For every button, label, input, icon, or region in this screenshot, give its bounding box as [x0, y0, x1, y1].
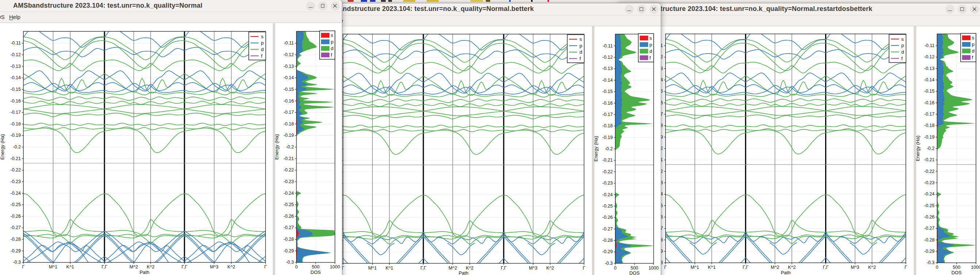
svg-text:d: d: [649, 49, 652, 54]
svg-text:Energy (Ha): Energy (Ha): [275, 134, 279, 160]
svg-text:p: p: [902, 43, 904, 48]
svg-text:-0.2: -0.2: [286, 144, 294, 150]
svg-text:-0.22: -0.22: [11, 168, 21, 172]
svg-text:-0.11: -0.11: [284, 41, 294, 46]
svg-text:-0.24: -0.24: [602, 192, 613, 197]
svg-text:-0.13: -0.13: [11, 64, 21, 69]
svg-text:Γ,Γ: Γ,Γ: [743, 265, 748, 270]
svg-text:-0.17: -0.17: [924, 112, 935, 117]
svg-text:-0.12: -0.12: [924, 54, 935, 60]
svg-text:-0.14: -0.14: [283, 75, 294, 80]
svg-text:K^2: K^2: [228, 264, 235, 270]
svg-text:-0.25: -0.25: [283, 202, 294, 207]
svg-text:-0.21: -0.21: [11, 156, 21, 161]
svg-text:Energy (Ha): Energy (Ha): [916, 136, 921, 161]
svg-text:-0.22: -0.22: [602, 169, 613, 174]
svg-text:p: p: [580, 43, 582, 49]
svg-text:M^1: M^1: [691, 265, 699, 270]
svg-text:K^2: K^2: [868, 265, 876, 270]
svg-text:-0.27: -0.27: [924, 226, 935, 231]
svg-text:-0.11: -0.11: [11, 41, 21, 46]
svg-text:-0.17: -0.17: [602, 112, 613, 117]
svg-text:DOS: DOS: [310, 270, 321, 275]
svg-text:M^3: M^3: [529, 266, 537, 270]
svg-text:-0.16: -0.16: [11, 98, 21, 104]
svg-text:-0.28: -0.28: [602, 238, 613, 243]
svg-text:-0.14: -0.14: [11, 75, 21, 80]
svg-text:-0.13: -0.13: [602, 66, 613, 71]
svg-text:-0.28: -0.28: [11, 237, 21, 242]
svg-text:M^2: M^2: [130, 264, 138, 270]
svg-text:0: 0: [614, 266, 617, 270]
svg-text:K^1: K^1: [385, 266, 393, 270]
svg-text:-0.25: -0.25: [602, 204, 613, 209]
svg-text:-0.14: -0.14: [924, 77, 935, 82]
svg-text:Energy (Ha): Energy (Ha): [594, 136, 599, 161]
svg-text:K^1: K^1: [67, 264, 74, 270]
svg-text:s: s: [902, 36, 904, 42]
svg-text:M^3: M^3: [210, 264, 218, 270]
svg-text:-0.23: -0.23: [283, 179, 294, 184]
svg-text:s: s: [580, 36, 582, 42]
svg-text:-0.25: -0.25: [11, 202, 21, 207]
svg-text:-0.26: -0.26: [602, 215, 613, 220]
svg-text:s: s: [331, 32, 334, 38]
svg-text:-0.29: -0.29: [602, 249, 613, 254]
svg-text:Γ: Γ: [264, 264, 267, 270]
svg-text:-0.11: -0.11: [603, 43, 613, 49]
svg-text:-0.3: -0.3: [605, 261, 613, 266]
svg-text:d: d: [331, 46, 334, 51]
svg-text:p: p: [331, 39, 334, 44]
svg-text:-0.29: -0.29: [283, 248, 294, 253]
svg-text:-0.21: -0.21: [602, 158, 613, 163]
svg-text:M^1: M^1: [49, 264, 57, 270]
svg-text:Γ: Γ: [583, 266, 585, 270]
svg-text:K^2: K^2: [546, 266, 554, 270]
svg-text:p: p: [649, 42, 652, 47]
svg-text:-0.13: -0.13: [924, 66, 935, 71]
svg-text:Γ: Γ: [664, 265, 667, 270]
svg-text:Path: Path: [140, 270, 150, 275]
svg-text:Γ,Γ: Γ,Γ: [102, 264, 107, 270]
svg-text:-0.15: -0.15: [283, 87, 294, 92]
svg-text:-0.3: -0.3: [927, 260, 935, 265]
svg-text:Γ,Γ: Γ,Γ: [501, 266, 507, 270]
svg-text:s: s: [972, 35, 975, 41]
svg-text:-0.15: -0.15: [11, 87, 21, 92]
svg-text:K^1: K^1: [708, 265, 716, 270]
svg-text:-0.28: -0.28: [283, 237, 294, 242]
svg-text:Path: Path: [459, 270, 469, 275]
svg-text:-0.19: -0.19: [11, 133, 21, 138]
svg-text:K^2: K^2: [788, 265, 795, 270]
svg-text:-0.26: -0.26: [283, 214, 294, 219]
svg-text:f: f: [972, 55, 974, 60]
svg-text:-0.13: -0.13: [283, 64, 294, 69]
svg-text:-0.2: -0.2: [605, 146, 613, 151]
svg-text:-0.14: -0.14: [602, 78, 613, 83]
svg-text:-0.27: -0.27: [602, 226, 613, 232]
svg-text:-0.18: -0.18: [924, 123, 935, 128]
svg-text:d: d: [580, 49, 582, 55]
svg-text:p: p: [261, 40, 264, 46]
svg-text:M^2: M^2: [449, 266, 457, 270]
svg-text:s: s: [649, 35, 652, 41]
svg-text:M^2: M^2: [771, 265, 779, 270]
svg-text:-0.27: -0.27: [283, 225, 294, 230]
svg-text:1000: 1000: [330, 264, 340, 270]
svg-text:-0.3: -0.3: [286, 260, 294, 265]
svg-text:-0.3: -0.3: [13, 260, 21, 265]
svg-text:p: p: [972, 41, 975, 47]
svg-text:-0.12: -0.12: [11, 52, 21, 57]
svg-text:0: 0: [936, 265, 939, 270]
svg-text:f: f: [580, 56, 581, 61]
svg-text:Γ,Γ: Γ,Γ: [181, 264, 188, 270]
svg-text:Energy (Ha): Energy (Ha): [0, 134, 5, 160]
svg-text:-0.23: -0.23: [602, 180, 613, 186]
svg-text:-0.2: -0.2: [927, 146, 935, 151]
svg-text:d: d: [902, 49, 904, 55]
svg-text:-0.23: -0.23: [924, 180, 935, 185]
svg-text:K^2: K^2: [147, 264, 154, 270]
svg-text:Γ: Γ: [22, 264, 25, 270]
svg-text:Γ,Γ: Γ,Γ: [823, 265, 829, 270]
svg-text:d: d: [972, 48, 975, 54]
